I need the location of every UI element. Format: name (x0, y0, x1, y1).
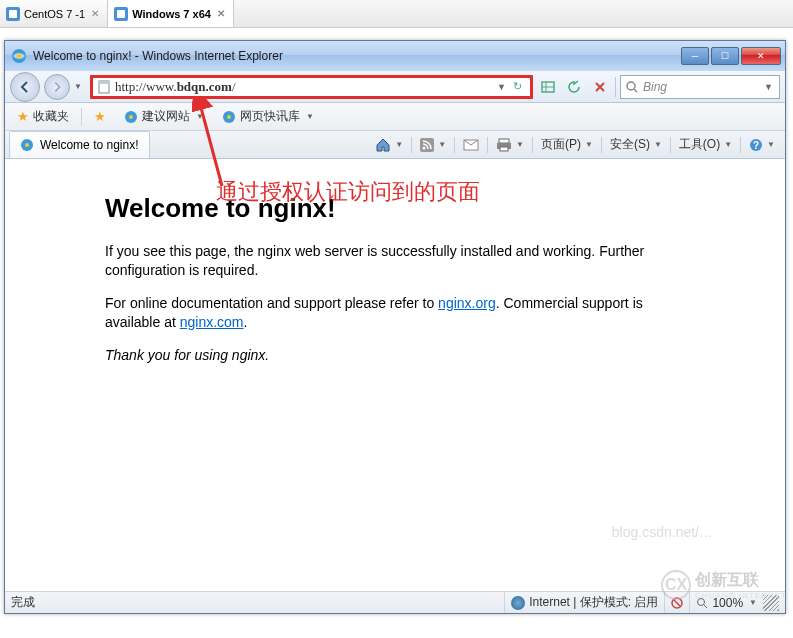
vm-icon (6, 7, 20, 21)
status-zone[interactable]: Internet | 保护模式: 启用 (504, 592, 664, 613)
nginx-welcome-page: Welcome to nginx! If you see this page, … (5, 159, 785, 398)
safety-menu-label: 安全(S) (610, 136, 650, 153)
svg-text:?: ? (753, 140, 759, 151)
address-bar[interactable]: http://www.bdqn.com/ ▼ ↻ (90, 75, 533, 99)
feeds-button[interactable]: ▼ (416, 136, 450, 154)
chevron-down-icon: ▼ (516, 140, 524, 149)
safety-menu[interactable]: 安全(S) ▼ (606, 134, 666, 155)
page-menu-label: 页面(P) (541, 136, 581, 153)
favorites-button[interactable]: ★ 收藏夹 (11, 106, 75, 127)
vm-tab-bar: CentOS 7 -1 ✕ Windows 7 x64 ✕ (0, 0, 793, 28)
page-icon (97, 80, 111, 94)
navigation-bar: ▼ http://www.bdqn.com/ ▼ ↻ Bing ▼ (5, 71, 785, 103)
content-area: Welcome to nginx! If you see this page, … (5, 159, 785, 591)
favorites-bar: ★ 收藏夹 ★ 建议网站 ▼ 网页快讯库 ▼ (5, 103, 785, 131)
window-title: Welcome to nginx! - Windows Internet Exp… (33, 49, 681, 63)
svg-point-5 (627, 82, 635, 90)
mail-button[interactable] (459, 136, 483, 154)
url-text: http://www.bdqn.com/ (115, 79, 495, 95)
add-favorite-button[interactable]: ★ (88, 107, 112, 126)
ie-icon (222, 110, 236, 124)
nginx-org-link[interactable]: nginx.org (438, 295, 496, 311)
compat-view-button[interactable] (537, 76, 559, 98)
chevron-down-icon: ▼ (585, 140, 593, 149)
page-paragraph: Thank you for using nginx. (105, 346, 685, 365)
close-icon[interactable]: ✕ (215, 8, 227, 19)
compat-icon (540, 79, 556, 95)
close-button[interactable]: ✕ (741, 47, 781, 65)
tab-command-row: Welcome to nginx! ▼ ▼ ▼ 页面 (5, 131, 785, 159)
status-text: 完成 (11, 594, 504, 611)
help-button[interactable]: ? ▼ (745, 136, 779, 154)
arrow-left-icon (18, 80, 32, 94)
vm-tab-centos[interactable]: CentOS 7 -1 ✕ (0, 0, 108, 27)
svg-point-1 (17, 54, 22, 59)
vm-tab-windows[interactable]: Windows 7 x64 ✕ (108, 0, 234, 27)
chevron-down-icon[interactable]: ▼ (497, 82, 506, 92)
svg-rect-15 (499, 139, 509, 143)
stop-icon (594, 81, 606, 93)
print-button[interactable]: ▼ (492, 136, 528, 154)
chevron-down-icon: ▼ (724, 140, 732, 149)
page-paragraph: For online documentation and support ple… (105, 294, 685, 332)
vm-tab-label: CentOS 7 -1 (24, 8, 85, 20)
tools-menu-label: 工具(O) (679, 136, 720, 153)
status-bar: 完成 Internet | 保护模式: 启用 100% ▼ (5, 591, 785, 613)
status-protected-mode[interactable] (664, 592, 689, 613)
close-icon[interactable]: ✕ (89, 8, 101, 19)
chevron-down-icon[interactable]: ▼ (764, 82, 773, 92)
ie-icon (124, 110, 138, 124)
svg-point-7 (129, 115, 133, 119)
go-refresh-button[interactable]: ↻ (508, 78, 526, 96)
resize-grip[interactable] (763, 595, 779, 611)
maximize-button[interactable]: ☐ (711, 47, 739, 65)
globe-icon (511, 596, 525, 610)
refresh-button[interactable] (563, 76, 585, 98)
print-icon (496, 138, 512, 152)
minimize-button[interactable]: ─ (681, 47, 709, 65)
tab-title: Welcome to nginx! (40, 138, 139, 152)
chevron-down-icon: ▼ (654, 140, 662, 149)
suggested-sites-button[interactable]: 建议网站 ▼ (118, 106, 210, 127)
chevron-down-icon[interactable]: ▼ (196, 112, 204, 121)
back-button[interactable] (10, 72, 40, 102)
home-button[interactable]: ▼ (371, 135, 407, 155)
svg-point-9 (227, 115, 231, 119)
search-placeholder: Bing (643, 80, 762, 94)
command-bar: ▼ ▼ ▼ 页面(P) ▼ 安全(S) (371, 134, 785, 155)
star-icon: ★ (17, 109, 29, 124)
chevron-down-icon[interactable]: ▼ (306, 112, 314, 121)
svg-point-13 (423, 146, 426, 149)
separator (615, 77, 616, 97)
vm-icon (114, 7, 128, 21)
search-icon (625, 80, 639, 94)
chevron-down-icon: ▼ (749, 598, 757, 607)
home-icon (375, 137, 391, 153)
zoom-control[interactable]: 100% ▼ (689, 592, 763, 613)
favorites-label: 收藏夹 (33, 108, 69, 125)
page-menu[interactable]: 页面(P) ▼ (537, 134, 597, 155)
history-dropdown[interactable]: ▼ (74, 82, 86, 91)
shield-off-icon (671, 597, 683, 609)
forward-button[interactable] (44, 74, 70, 100)
search-box[interactable]: Bing ▼ (620, 75, 780, 99)
svg-point-21 (698, 598, 705, 605)
titlebar[interactable]: Welcome to nginx! - Windows Internet Exp… (5, 41, 785, 71)
zoom-value: 100% (712, 596, 743, 610)
browser-tab[interactable]: Welcome to nginx! (9, 131, 150, 158)
webfeed-label: 网页快讯库 (240, 108, 300, 125)
nginx-com-link[interactable]: nginx.com (180, 314, 244, 330)
arrow-right-icon (51, 81, 63, 93)
vm-tab-label: Windows 7 x64 (132, 8, 211, 20)
ie-window: Welcome to nginx! - Windows Internet Exp… (4, 40, 786, 614)
page-paragraph: If you see this page, the nginx web serv… (105, 242, 685, 280)
svg-rect-3 (99, 81, 109, 84)
zone-label: Internet | 保护模式: 启用 (529, 594, 658, 611)
suggested-label: 建议网站 (142, 108, 190, 125)
separator (81, 108, 82, 126)
star-add-icon: ★ (94, 109, 106, 124)
webfeed-button[interactable]: 网页快讯库 ▼ (216, 106, 320, 127)
svg-point-11 (25, 143, 29, 147)
tools-menu[interactable]: 工具(O) ▼ (675, 134, 736, 155)
stop-button[interactable] (589, 76, 611, 98)
